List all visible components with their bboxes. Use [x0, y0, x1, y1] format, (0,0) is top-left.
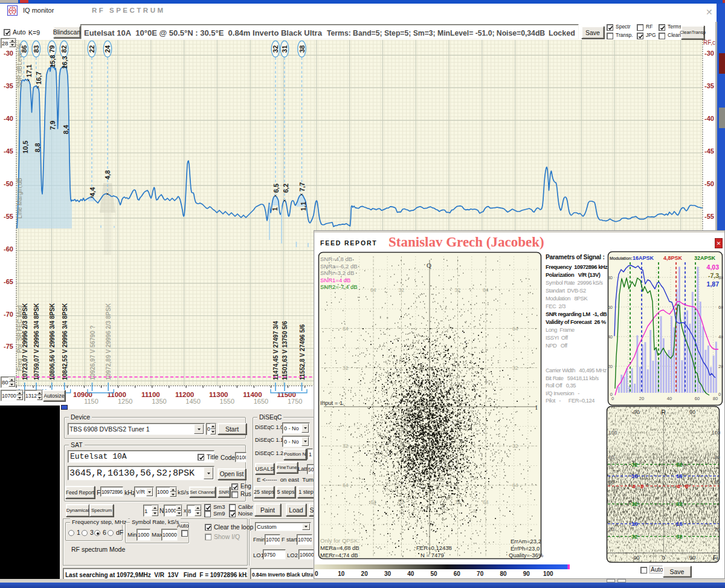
svg-text:8,4: 8,4 — [62, 124, 69, 134]
svg-text:-70: -70 — [4, 311, 13, 318]
svg-text:11474,45 V 27497 3/4: 11474,45 V 27497 3/4 — [272, 321, 279, 380]
svg-text:Input = 1: Input = 1 — [320, 399, 343, 406]
svg-text:-45: -45 — [4, 147, 13, 155]
svg-text:32: 32 — [512, 365, 518, 371]
svg-text:32: 32 — [399, 287, 405, 293]
svg-text:-35: -35 — [704, 82, 714, 89]
svg-text:20: 20 — [608, 526, 614, 532]
svg-text:-40: -40 — [704, 115, 714, 122]
svg-text:SNR2=-7,4 dB: SNR2=-7,4 dB — [320, 283, 358, 290]
svg-text:MERr=4,74 dB: MERr=4,74 dB — [320, 552, 358, 558]
svg-text:8: 8 — [685, 483, 688, 489]
svg-text:4: 4 — [677, 483, 680, 489]
svg-text:1,1: 1,1 — [300, 202, 307, 211]
svg-text:Level,%: Level,% — [16, 44, 23, 65]
svg-text:10759,07 V 29996 3/4 8PSK: 10759,07 V 29996 3/4 8PSK — [33, 303, 40, 380]
svg-text:1250: 1250 — [118, 398, 132, 405]
svg-text:10806,56 V 29996 3/4 8PSK: 10806,56 V 29996 3/4 8PSK — [49, 303, 56, 380]
svg-text:32APSK: 32APSK — [694, 255, 716, 261]
svg-text:20: 20 — [608, 364, 613, 369]
svg-text:Modulation:: Modulation: — [610, 256, 632, 261]
svg-text:60: 60 — [714, 479, 720, 485]
svg-text:6,2: 6,2 — [282, 184, 289, 193]
svg-text:ErrAm=23,2: ErrAm=23,2 — [511, 538, 541, 544]
svg-text:SNRa=-6,2 dB: SNRa=-6,2 dB — [320, 263, 358, 270]
svg-text:64: 64 — [343, 482, 349, 488]
svg-text:10,5: 10,5 — [22, 141, 29, 153]
svg-text:16: 16 — [631, 520, 638, 527]
svg-text:22: 22 — [88, 45, 95, 53]
svg-text:4,8PSK: 4,8PSK — [663, 255, 683, 261]
svg-text:32: 32 — [631, 500, 638, 507]
svg-text:16,7: 16,7 — [35, 72, 42, 85]
svg-text:FER=0,12438: FER=0,12438 — [416, 544, 452, 551]
svg-text:64: 64 — [343, 326, 349, 332]
svg-text:1550: 1550 — [220, 398, 234, 405]
svg-text:7,9: 7,9 — [49, 121, 56, 130]
svg-text:16: 16 — [676, 473, 683, 479]
svg-text:-50: -50 — [704, 180, 714, 187]
svg-text:40: 40 — [667, 396, 672, 401]
svg-text:90: 90 — [689, 555, 695, 561]
svg-text:79: 79 — [48, 45, 56, 53]
svg-text:0: 0 — [611, 396, 614, 401]
svg-text:16APSK: 16APSK — [633, 255, 654, 261]
svg-text:-55: -55 — [704, 213, 714, 220]
svg-text:60: 60 — [718, 305, 723, 310]
svg-text:16: 16 — [676, 520, 683, 527]
svg-text:-40: -40 — [4, 115, 13, 122]
svg-text:SNR1=4 dB: SNR1=4 dB — [320, 277, 350, 283]
svg-text:-65: -65 — [4, 278, 13, 285]
svg-text:15,8: 15,8 — [49, 55, 56, 68]
svg-text:20: 20 — [718, 364, 723, 369]
svg-text:MERa=4,68 dB: MERa=4,68 dB — [320, 544, 359, 551]
svg-text:1650: 1650 — [254, 398, 268, 405]
svg-text:-90: -90 — [631, 555, 639, 561]
svg-text:10842,55 V 29996 3/4 8PSK: 10842,55 V 29996 3/4 8PSK — [62, 303, 68, 380]
svg-text:32: 32 — [272, 45, 279, 53]
svg-text:82: 82 — [60, 45, 68, 53]
svg-text:-35: -35 — [4, 82, 13, 89]
svg-text:11501,63 V 13750 5/6: 11501,63 V 13750 5/6 — [282, 321, 288, 380]
svg-text:20: 20 — [714, 526, 720, 532]
svg-text:64: 64 — [370, 287, 376, 293]
svg-text:SNR=4,8 dB: SNR=4,8 dB — [320, 256, 352, 262]
svg-text:FEC: FEC — [16, 319, 23, 331]
svg-text:64: 64 — [512, 482, 518, 488]
svg-text:-55: -55 — [4, 213, 13, 220]
svg-text:32: 32 — [631, 533, 638, 540]
svg-text:1: 1 — [271, 207, 279, 211]
svg-text:8,8: 8,8 — [34, 143, 41, 152]
svg-text:4: 4 — [632, 483, 636, 489]
svg-text:64: 64 — [483, 499, 489, 505]
svg-text:0: 0 — [718, 392, 721, 397]
svg-text:16,3: 16,3 — [61, 56, 68, 69]
svg-text:11552,8 V 27496 5/6: 11552,8 V 27496 5/6 — [299, 324, 306, 380]
svg-text:SNR,dB: SNR,dB — [16, 66, 23, 88]
svg-text:7,7: 7,7 — [298, 183, 306, 192]
svg-text:32: 32 — [631, 461, 638, 468]
svg-text:Line Margin,dB: Line Margin,dB — [16, 178, 23, 219]
svg-text:90: 90 — [689, 409, 695, 415]
svg-text:4,8: 4,8 — [104, 170, 111, 179]
svg-text:8: 8 — [640, 483, 643, 489]
svg-text:-75: -75 — [4, 343, 13, 350]
svg-text:10926,97 V 56790 ?: 10926,97 V 56790 ? — [89, 325, 96, 380]
svg-text:-30: -30 — [4, 50, 13, 57]
svg-text:31: 31 — [281, 45, 288, 53]
svg-text:-7,3: -7,3 — [708, 272, 719, 279]
svg-text:Quality=-36%: Quality=-36% — [509, 552, 544, 558]
svg-text:Mod: Mod — [16, 306, 23, 317]
svg-text:10972,89 V 29996 2/3 8PSK: 10972,89 V 29996 2/3 8PSK — [105, 303, 112, 380]
svg-text:32: 32 — [343, 365, 349, 371]
svg-text:16: 16 — [631, 473, 638, 479]
svg-text:RF,c: RF,c — [703, 39, 715, 46]
svg-text:I: I — [535, 404, 538, 411]
svg-text:6,5: 6,5 — [272, 184, 280, 193]
svg-text:Freq: Freq — [16, 358, 23, 371]
svg-text:4,4: 4,4 — [89, 187, 96, 196]
svg-text:40: 40 — [718, 334, 723, 340]
svg-text:1750: 1750 — [288, 398, 302, 405]
svg-text:80: 80 — [608, 454, 614, 460]
svg-text:80: 80 — [608, 275, 613, 280]
